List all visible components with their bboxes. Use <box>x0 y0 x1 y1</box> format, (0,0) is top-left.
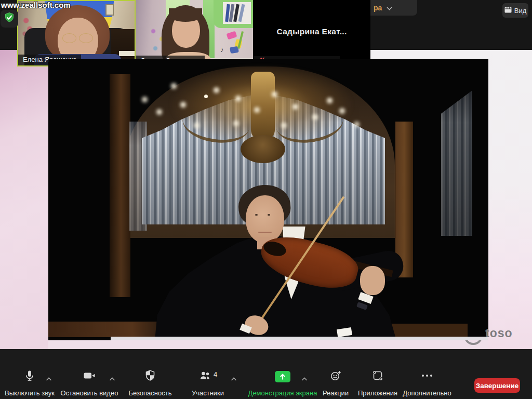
participant3-display-name: Садырина Екат... <box>253 27 370 36</box>
glasses-lens <box>62 33 76 43</box>
share-options-chevron-up-icon[interactable] <box>301 374 308 378</box>
music-note-decal: ♪ <box>220 46 224 54</box>
chevron-down-icon[interactable] <box>387 3 392 12</box>
picture-frame <box>105 4 114 16</box>
shared-content-pink-left <box>0 50 48 349</box>
more-button[interactable]: Дополнительно <box>402 369 452 397</box>
stop-video-button[interactable]: Остановить видео <box>59 369 119 397</box>
video-camera-icon <box>83 369 96 384</box>
grid-view-icon <box>504 7 512 15</box>
screen-share-arrow-icon <box>275 371 290 382</box>
people-icon <box>198 369 212 384</box>
participants-button[interactable]: 4 Участники <box>183 369 233 397</box>
share-indicator-fragment[interactable]: ра <box>370 0 417 16</box>
view-button[interactable]: Вид <box>502 3 528 18</box>
performance-photo <box>48 59 488 340</box>
glasses-lens <box>79 33 93 43</box>
violinist-face <box>246 195 284 243</box>
video-tile-sadyrina[interactable]: Садырина Екат... Садырина Екатерина <box>253 0 370 68</box>
shield-icon <box>144 369 156 384</box>
participants-count: 4 <box>214 370 217 378</box>
wood-column-left <box>110 74 130 297</box>
more-label: Дополнительно <box>403 389 451 397</box>
photo-bottom-strip <box>111 337 488 340</box>
violinist-left-hand <box>360 266 385 295</box>
violinist-mouth <box>258 232 272 233</box>
reactions-button[interactable]: Реакции <box>316 369 355 397</box>
share-indicator-text: ра <box>374 4 382 12</box>
end-meeting-label: Завершение <box>476 382 519 390</box>
mute-button[interactable]: Выключить звук <box>2 369 57 397</box>
ellipsis-icon <box>420 369 434 384</box>
piano-keys <box>119 51 136 56</box>
video-options-chevron-up-icon[interactable] <box>109 374 115 378</box>
chandelier-bowl <box>241 135 285 163</box>
smiley-plus-icon <box>329 369 342 384</box>
participants-label: Участники <box>192 389 224 397</box>
shared-content-right <box>488 50 532 349</box>
meeting-toolbar: Выключить звук Остановить видео <box>0 349 532 399</box>
mute-label: Выключить звук <box>5 389 55 397</box>
chandelier-body <box>251 72 275 140</box>
photo-watermark-text: toso <box>485 326 513 340</box>
mute-options-chevron-up-icon[interactable] <box>46 374 52 378</box>
participants-chevron-up-icon[interactable] <box>231 374 237 378</box>
shared-screen: toso <box>0 50 532 349</box>
reactions-label: Реакции <box>323 389 349 397</box>
participant2-bangs <box>169 8 202 22</box>
stop-video-label: Остановить видео <box>61 389 118 397</box>
view-button-label: Вид <box>514 7 527 15</box>
chandelier-lights <box>204 95 208 98</box>
share-screen-button[interactable]: Демонстрация экрана <box>241 369 324 397</box>
organ-pipes-right <box>441 90 472 236</box>
violinist-eyes <box>255 214 258 216</box>
apps-grid-icon <box>371 369 384 384</box>
zoom-meeting-window: toso Елена Ярошенко <box>0 0 532 399</box>
url-watermark: www.zeallsoft.com <box>1 1 71 9</box>
share-screen-label: Демонстрация экрана <box>248 389 317 397</box>
microphone-icon <box>23 369 36 384</box>
shield-check-icon <box>4 12 15 25</box>
end-meeting-button[interactable]: Завершение <box>474 378 520 393</box>
security-label: Безопасность <box>129 389 172 397</box>
security-button[interactable]: Безопасность <box>126 369 175 397</box>
video-tile-darina[interactable]: ♪ Дарина Дмитриева <box>136 0 253 66</box>
video-tile-elena[interactable]: Елена Ярошенко <box>17 0 136 66</box>
apps-button[interactable]: Приложения <box>355 369 400 397</box>
apps-label: Приложения <box>358 389 397 397</box>
antivirus-badge <box>1 10 18 28</box>
